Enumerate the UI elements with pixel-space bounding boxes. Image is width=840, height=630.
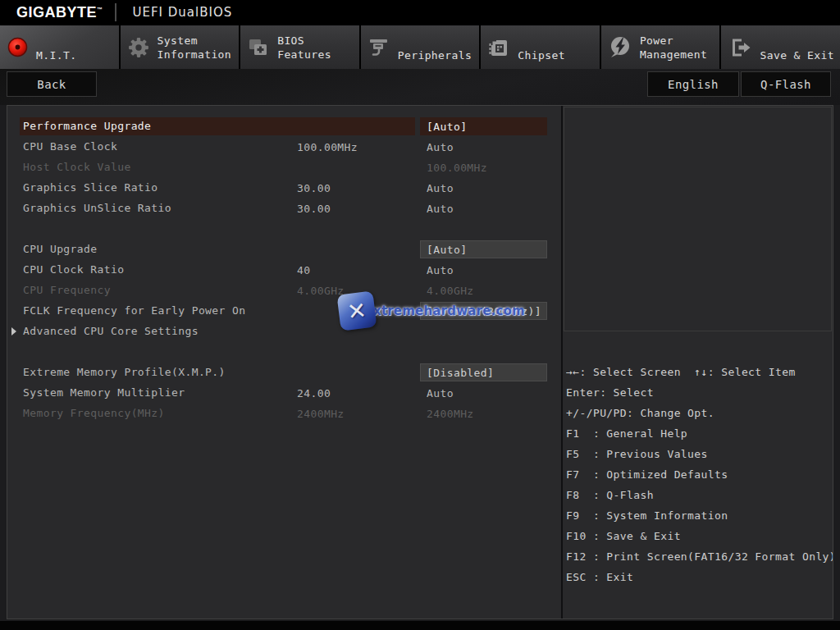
tab-power-management[interactable]: Power Management xyxy=(601,25,720,69)
setting-label: Extreme Memory Profile(X.M.P.) xyxy=(20,363,415,381)
setting-option-value[interactable]: Auto xyxy=(420,179,547,197)
help-panel: →←: Select Screen ↑↓: Select ItemEnter: … xyxy=(561,106,833,619)
qflash-button[interactable]: Q-Flash xyxy=(741,71,831,97)
settings-row[interactable]: Extreme Memory Profile(X.M.P.) [Disabled… xyxy=(7,363,561,383)
watermark: ✕ xtremehardware.com xyxy=(339,293,525,329)
setting-option-value[interactable]: Auto xyxy=(420,261,547,279)
setting-option-value[interactable]: [Auto] xyxy=(420,117,547,135)
tab-label: BIOS Features xyxy=(277,34,331,62)
setting-current-value: 30.00 xyxy=(297,199,331,219)
key-legend: →←: Select Screen ↑↓: Select ItemEnter: … xyxy=(563,331,833,587)
setting-label: Graphics UnSlice Ratio xyxy=(20,199,415,217)
key-legend-line: F5 : Previous Values xyxy=(566,444,833,464)
key-legend-line: Enter: Select xyxy=(566,382,833,403)
tab-label: Peripherals xyxy=(398,48,472,69)
tab-system-information[interactable]: System Information xyxy=(121,25,240,69)
key-legend-line: →←: Select Screen ↑↓: Select Item xyxy=(566,362,833,382)
setting-label: Performance Upgrade xyxy=(20,117,415,135)
setting-label: Memory Frequency(MHz) xyxy=(20,404,415,422)
setting-option-value[interactable]: [Disabled] xyxy=(420,363,547,381)
tab-label: System Information xyxy=(158,34,232,62)
settings-row[interactable]: Performance Upgrade [Auto] xyxy=(7,116,561,137)
folders-plus-icon xyxy=(248,37,269,58)
key-legend-line: F12 : Print Screen(FAT16/32 Format Only) xyxy=(566,546,833,567)
key-legend-line: F10 : Save & Exit xyxy=(566,526,833,546)
key-legend-line: F1 : General Help xyxy=(566,423,833,444)
toolbar-row: Back English Q-Flash xyxy=(0,69,840,105)
settings-row[interactable]: Memory Frequency(MHz) 2400MHz 2400MHz xyxy=(7,404,561,424)
key-legend-line: F7 : Optimized Defaults xyxy=(566,464,833,485)
gear-icon xyxy=(128,37,149,58)
setting-current-value: 24.00 xyxy=(297,383,331,404)
setting-current-value: 100.00MHz xyxy=(297,137,358,158)
main-content-box: Performance Upgrade [Auto] CPU Base Cloc… xyxy=(7,105,833,619)
tab-label: Save & Exit xyxy=(760,48,834,69)
settings-row[interactable]: CPU Base Clock 100.00MHz Auto xyxy=(7,137,561,158)
tab-label: Chipset xyxy=(518,48,565,69)
watermark-x-icon: ✕ xyxy=(336,290,377,331)
bottom-strip xyxy=(0,621,840,630)
setting-label: Host Clock Value xyxy=(20,158,415,176)
record-dot-icon xyxy=(7,37,28,57)
tab-label: Power Management xyxy=(640,34,707,62)
settings-row[interactable]: CPU Upgrade [Auto] xyxy=(7,240,561,260)
tab-label: M.I.T. xyxy=(36,48,76,69)
setting-option-value[interactable]: [Auto] xyxy=(420,240,547,258)
key-legend-line: ESC : Exit xyxy=(566,567,833,587)
exit-door-icon xyxy=(728,36,751,59)
setting-option-value[interactable]: 100.00MHz xyxy=(420,158,547,176)
row-spacer xyxy=(7,219,561,240)
tab-save-exit[interactable]: Save & Exit xyxy=(721,25,840,69)
chip-icon xyxy=(488,37,509,58)
back-button[interactable]: Back xyxy=(7,71,97,97)
key-legend-line: F8 : Q-Flash xyxy=(566,485,833,505)
settings-list: Performance Upgrade [Auto] CPU Base Cloc… xyxy=(7,106,561,619)
peripheral-device-icon xyxy=(368,37,390,58)
setting-option-value[interactable]: Auto xyxy=(420,384,547,402)
setting-current-value: 40 xyxy=(297,260,310,281)
gigabyte-logo: GIGABYTE™ xyxy=(16,4,103,21)
logo-divider xyxy=(115,3,116,21)
key-legend-line: F9 : System Information xyxy=(566,505,833,526)
settings-row[interactable]: Graphics Slice Ratio 30.00 Auto xyxy=(7,178,561,199)
key-legend-line: +/-/PU/PD: Change Opt. xyxy=(566,403,833,423)
trademark-symbol: ™ xyxy=(97,7,103,12)
language-button[interactable]: English xyxy=(647,71,739,97)
setting-label: Graphics Slice Ratio xyxy=(20,179,415,197)
settings-row[interactable]: System Memory Multiplier 24.00 Auto xyxy=(7,383,561,404)
lightning-icon xyxy=(609,36,632,59)
setting-option-value[interactable]: Auto xyxy=(420,199,547,217)
setting-label: CPU Clock Ratio xyxy=(20,261,415,279)
setting-current-value: 30.00 xyxy=(297,178,331,199)
watermark-text: xtremehardware.com xyxy=(373,304,525,318)
top-bar: GIGABYTE™ UEFI DualBIOS xyxy=(0,0,840,25)
settings-row[interactable]: CPU Clock Ratio 40 Auto xyxy=(7,260,561,281)
setting-current-value: 4.00GHz xyxy=(297,281,345,301)
tab-chipset[interactable]: Chipset xyxy=(481,25,600,69)
bios-screen: GIGABYTE™ UEFI DualBIOS M.I.T. xyxy=(0,0,840,630)
tab-bar: M.I.T. System Information xyxy=(0,25,840,69)
firmware-title: UEFI DualBIOS xyxy=(133,5,233,20)
tab-peripherals[interactable]: Peripherals xyxy=(361,25,480,69)
item-help-description-box xyxy=(564,107,832,331)
row-spacer xyxy=(7,342,561,363)
submenu-arrow-icon xyxy=(11,327,16,336)
setting-current-value: 2400MHz xyxy=(297,404,345,424)
settings-row[interactable]: Host Clock Value 100.00MHz xyxy=(7,158,561,178)
tab-bios-features[interactable]: BIOS Features xyxy=(240,25,359,69)
tab-mit[interactable]: M.I.T. xyxy=(0,25,119,69)
setting-option-value[interactable]: Auto xyxy=(420,138,547,156)
setting-label: CPU Upgrade xyxy=(20,240,415,258)
setting-label: System Memory Multiplier xyxy=(20,384,415,402)
settings-row[interactable]: Graphics UnSlice Ratio 30.00 Auto xyxy=(7,199,561,219)
setting-option-value[interactable]: 2400MHz xyxy=(420,404,547,422)
